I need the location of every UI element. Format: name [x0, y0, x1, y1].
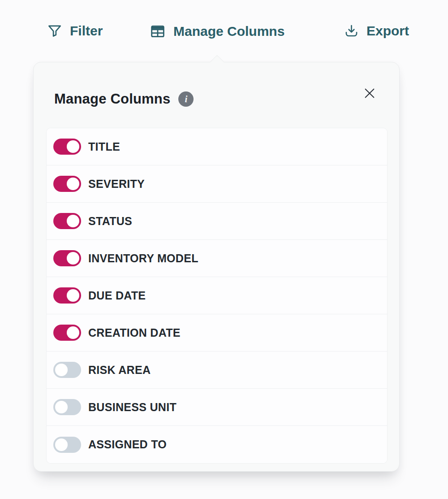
column-row: ASSIGNED TO [47, 426, 387, 463]
manage-columns-popover: Manage Columns i TITLE SEVERITY STATUS [33, 62, 400, 472]
export-button[interactable]: Export [343, 22, 409, 39]
toggle-knob [67, 178, 79, 190]
toggle-knob [67, 252, 79, 265]
toggle-knob [67, 289, 79, 302]
column-row: DUE DATE [47, 277, 387, 314]
info-icon[interactable]: i [178, 91, 194, 107]
toggle-knob [67, 140, 79, 153]
column-row: RISK AREA [47, 351, 387, 389]
column-row: SEVERITY [47, 165, 387, 203]
table-icon [149, 22, 167, 40]
column-toggle[interactable] [53, 139, 81, 155]
popover-header: Manage Columns i [34, 62, 399, 128]
column-label: STATUS [88, 215, 132, 228]
column-row: CREATION DATE [47, 314, 387, 351]
toggle-knob [55, 438, 68, 451]
column-label: DUE DATE [88, 289, 146, 302]
column-label: INVENTORY MODEL [88, 252, 198, 265]
column-row: INVENTORY MODEL [47, 240, 387, 277]
export-button-label: Export [366, 23, 409, 39]
toggle-knob [67, 215, 79, 227]
column-label: TITLE [88, 140, 120, 153]
download-icon [343, 22, 360, 39]
column-toggle[interactable] [53, 287, 81, 304]
column-toggle[interactable] [53, 213, 81, 229]
manage-columns-button-label: Manage Columns [173, 24, 284, 39]
filter-button-label: Filter [70, 23, 103, 39]
column-row: STATUS [47, 203, 387, 240]
column-toggle[interactable] [53, 362, 81, 378]
column-row: TITLE [47, 128, 387, 165]
toggle-knob [67, 326, 79, 339]
column-list: TITLE SEVERITY STATUS INVENTORY MODEL DU… [46, 128, 388, 464]
column-toggle[interactable] [53, 250, 81, 266]
manage-columns-button[interactable]: Manage Columns [149, 22, 284, 40]
column-toggle[interactable] [53, 176, 81, 192]
column-label: RISK AREA [88, 364, 151, 377]
column-label: CREATION DATE [88, 326, 181, 339]
popover-title: Manage Columns [54, 91, 170, 107]
column-toggle[interactable] [53, 325, 81, 341]
column-toggle[interactable] [53, 437, 81, 453]
column-label: BUSINESS UNIT [88, 401, 177, 414]
close-button[interactable] [360, 84, 379, 104]
toggle-knob [55, 364, 68, 376]
column-label: ASSIGNED TO [88, 438, 167, 451]
column-label: SEVERITY [88, 178, 145, 191]
close-icon [362, 86, 377, 102]
filter-icon [46, 22, 63, 39]
column-row: BUSINESS UNIT [47, 389, 387, 426]
toggle-knob [55, 401, 68, 413]
filter-button[interactable]: Filter [46, 22, 103, 39]
column-toggle[interactable] [53, 399, 81, 415]
